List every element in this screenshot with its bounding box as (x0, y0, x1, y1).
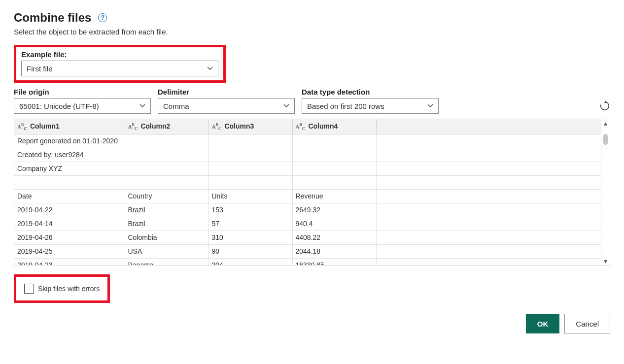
column-header-label: Column2 (140, 122, 170, 130)
column-header-label: Column3 (224, 122, 254, 130)
table-row[interactable] (14, 175, 601, 189)
table-cell (292, 134, 376, 148)
table-cell-empty (376, 162, 601, 175)
table-cell: 57 (208, 217, 292, 231)
table-row[interactable]: Created by: user9284 (14, 148, 601, 162)
table-cell: Company XYZ (14, 162, 125, 175)
table-cell (14, 175, 125, 189)
scroll-up-icon[interactable]: ▴ (601, 119, 610, 127)
table-cell: 2044.18 (292, 244, 376, 258)
column-header-label: Column4 (308, 122, 338, 130)
text-type-icon: ABC (296, 124, 306, 130)
table-cell-empty (376, 217, 601, 231)
chevron-down-icon (427, 102, 433, 110)
table-cell: 16330.85 (292, 258, 376, 265)
table-cell (292, 148, 376, 162)
table-cell: Brazil (125, 203, 208, 217)
skip-files-checkbox[interactable] (24, 284, 34, 294)
table-row[interactable]: Report generated on 01-01-2020 (14, 134, 601, 148)
text-type-icon: ABC (212, 124, 222, 130)
table-cell (125, 162, 208, 175)
highlight-skip-files: Skip files with errors (14, 274, 110, 303)
example-file-label: Example file: (21, 50, 218, 59)
table-cell-empty (376, 244, 601, 258)
table-cell: USA (125, 244, 208, 258)
chevron-down-icon (283, 102, 289, 110)
vertical-scrollbar[interactable]: ▴ ▾ (601, 119, 610, 265)
table-cell: Brazil (125, 217, 208, 231)
table-cell: Date (14, 189, 125, 203)
table-cell: 2649.32 (292, 203, 376, 217)
column-header-empty (376, 119, 601, 134)
table-row[interactable]: 2019-04-25USA902044.18 (14, 244, 601, 258)
table-cell (125, 134, 208, 148)
page-subtitle: Select the object to be extracted from e… (14, 28, 610, 36)
data-type-detection-select[interactable]: Based on first 200 rows (302, 98, 439, 114)
table-cell: 2019-04-25 (14, 244, 125, 258)
table-cell (208, 175, 292, 189)
page-title: Combine files (14, 11, 91, 25)
highlight-example-file: Example file: First file (14, 45, 226, 83)
table-cell (292, 162, 376, 175)
file-origin-label: File origin (14, 88, 151, 96)
preview-grid: ABCColumn1ABCColumn2ABCColumn3ABCColumn4… (14, 119, 610, 265)
table-cell (208, 134, 292, 148)
table-cell: Colombia (125, 231, 208, 244)
table-cell (208, 162, 292, 175)
chevron-down-icon (207, 65, 213, 73)
table-cell (208, 148, 292, 162)
table-cell: 2019-04-26 (14, 231, 125, 244)
table-cell: 204 (208, 258, 292, 265)
table-cell-empty (376, 134, 601, 148)
table-cell-empty (376, 189, 601, 203)
text-type-icon: ABC (17, 124, 27, 130)
delimiter-value: Comma (163, 102, 189, 110)
example-file-select[interactable]: First file (21, 61, 218, 76)
table-cell (125, 148, 208, 162)
data-type-detection-label: Data type detection (302, 88, 439, 96)
refresh-icon[interactable] (599, 105, 610, 113)
table-cell (125, 175, 208, 189)
table-cell-empty (376, 175, 601, 189)
table-row[interactable]: 2019-04-14Brazil57940.4 (14, 217, 601, 231)
text-type-icon: ABC (128, 124, 138, 130)
help-icon[interactable]: ? (98, 13, 107, 22)
table-cell-empty (376, 258, 601, 265)
table-row[interactable]: 2019-04-26Colombia3104408.22 (14, 231, 601, 244)
table-cell (292, 175, 376, 189)
ok-button[interactable]: OK (526, 314, 560, 333)
table-row[interactable]: 2019-04-23Panama20416330.85 (14, 258, 601, 265)
column-header[interactable]: ABCColumn4 (292, 119, 376, 134)
table-cell: 90 (208, 244, 292, 258)
table-cell-empty (376, 231, 601, 244)
table-cell: 4408.22 (292, 231, 376, 244)
table-cell: 940.4 (292, 217, 376, 231)
table-row[interactable]: 2019-04-22Brazil1532649.32 (14, 203, 601, 217)
table-cell: 2019-04-14 (14, 217, 125, 231)
table-row[interactable]: DateCountryUnitsRevenue (14, 189, 601, 203)
table-cell: Units (208, 189, 292, 203)
scroll-down-icon[interactable]: ▾ (601, 257, 610, 265)
table-cell-empty (376, 148, 601, 162)
table-cell: Country (125, 189, 208, 203)
table-cell: 310 (208, 231, 292, 244)
delimiter-select[interactable]: Comma (158, 98, 295, 114)
table-cell: Report generated on 01-01-2020 (14, 134, 125, 148)
table-cell: Panama (125, 258, 208, 265)
table-cell: 2019-04-22 (14, 203, 125, 217)
skip-files-label: Skip files with errors (38, 285, 100, 293)
table-row[interactable]: Company XYZ (14, 162, 601, 175)
file-origin-value: 65001: Unicode (UTF-8) (19, 102, 99, 110)
column-header[interactable]: ABCColumn1 (14, 119, 125, 134)
scroll-thumb[interactable] (603, 134, 608, 145)
chevron-down-icon (139, 102, 145, 110)
column-header[interactable]: ABCColumn3 (208, 119, 292, 134)
file-origin-select[interactable]: 65001: Unicode (UTF-8) (14, 98, 151, 114)
column-header[interactable]: ABCColumn2 (125, 119, 208, 134)
column-header-label: Column1 (30, 122, 60, 130)
table-cell: Revenue (292, 189, 376, 203)
table-cell: Created by: user9284 (14, 148, 125, 162)
table-cell: 2019-04-23 (14, 258, 125, 265)
cancel-button[interactable]: Cancel (564, 314, 610, 333)
table-cell-empty (376, 203, 601, 217)
